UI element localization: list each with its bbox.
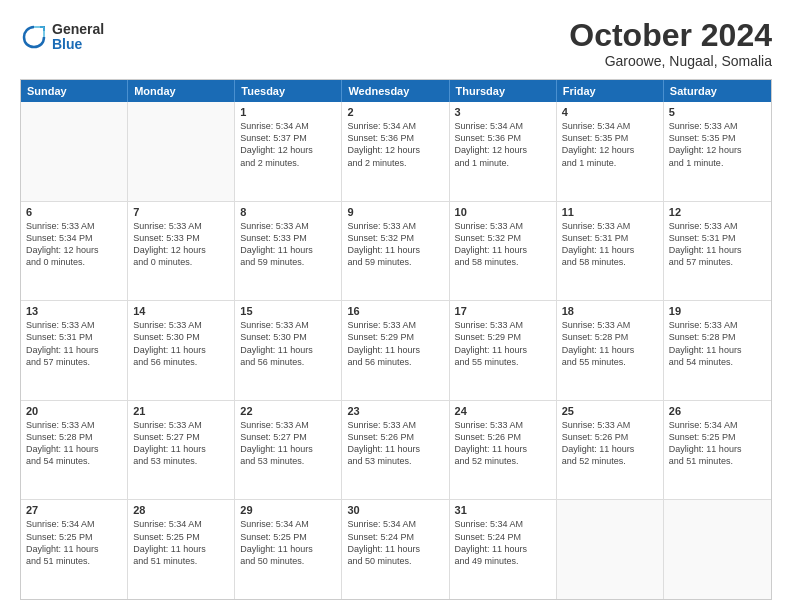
day-number: 23 xyxy=(347,405,443,417)
header-day-tuesday: Tuesday xyxy=(235,80,342,102)
day-number: 11 xyxy=(562,206,658,218)
calendar-body: 1Sunrise: 5:34 AM Sunset: 5:37 PM Daylig… xyxy=(21,102,771,599)
cell-details: Sunrise: 5:34 AM Sunset: 5:24 PM Dayligh… xyxy=(455,518,551,567)
calendar-cell-9: 9Sunrise: 5:33 AM Sunset: 5:32 PM Daylig… xyxy=(342,202,449,301)
day-number: 1 xyxy=(240,106,336,118)
logo-icon xyxy=(20,23,48,51)
calendar-cell-3: 3Sunrise: 5:34 AM Sunset: 5:36 PM Daylig… xyxy=(450,102,557,201)
calendar-cell-empty xyxy=(557,500,664,599)
calendar-cell-7: 7Sunrise: 5:33 AM Sunset: 5:33 PM Daylig… xyxy=(128,202,235,301)
calendar-cell-empty xyxy=(664,500,771,599)
calendar-cell-25: 25Sunrise: 5:33 AM Sunset: 5:26 PM Dayli… xyxy=(557,401,664,500)
logo-blue-text: Blue xyxy=(52,37,104,52)
cell-details: Sunrise: 5:34 AM Sunset: 5:35 PM Dayligh… xyxy=(562,120,658,169)
calendar-header: SundayMondayTuesdayWednesdayThursdayFrid… xyxy=(21,80,771,102)
day-number: 27 xyxy=(26,504,122,516)
cell-details: Sunrise: 5:34 AM Sunset: 5:37 PM Dayligh… xyxy=(240,120,336,169)
day-number: 19 xyxy=(669,305,766,317)
calendar-cell-27: 27Sunrise: 5:34 AM Sunset: 5:25 PM Dayli… xyxy=(21,500,128,599)
day-number: 18 xyxy=(562,305,658,317)
cell-details: Sunrise: 5:33 AM Sunset: 5:33 PM Dayligh… xyxy=(133,220,229,269)
cell-details: Sunrise: 5:33 AM Sunset: 5:32 PM Dayligh… xyxy=(347,220,443,269)
cell-details: Sunrise: 5:34 AM Sunset: 5:24 PM Dayligh… xyxy=(347,518,443,567)
calendar-cell-15: 15Sunrise: 5:33 AM Sunset: 5:30 PM Dayli… xyxy=(235,301,342,400)
cell-details: Sunrise: 5:33 AM Sunset: 5:28 PM Dayligh… xyxy=(26,419,122,468)
cell-details: Sunrise: 5:33 AM Sunset: 5:31 PM Dayligh… xyxy=(562,220,658,269)
calendar-cell-24: 24Sunrise: 5:33 AM Sunset: 5:26 PM Dayli… xyxy=(450,401,557,500)
calendar-cell-13: 13Sunrise: 5:33 AM Sunset: 5:31 PM Dayli… xyxy=(21,301,128,400)
calendar-cell-16: 16Sunrise: 5:33 AM Sunset: 5:29 PM Dayli… xyxy=(342,301,449,400)
header-day-wednesday: Wednesday xyxy=(342,80,449,102)
calendar-cell-1: 1Sunrise: 5:34 AM Sunset: 5:37 PM Daylig… xyxy=(235,102,342,201)
cell-details: Sunrise: 5:33 AM Sunset: 5:32 PM Dayligh… xyxy=(455,220,551,269)
calendar-cell-14: 14Sunrise: 5:33 AM Sunset: 5:30 PM Dayli… xyxy=(128,301,235,400)
day-number: 6 xyxy=(26,206,122,218)
day-number: 26 xyxy=(669,405,766,417)
calendar-cell-2: 2Sunrise: 5:34 AM Sunset: 5:36 PM Daylig… xyxy=(342,102,449,201)
day-number: 14 xyxy=(133,305,229,317)
calendar-cell-empty xyxy=(128,102,235,201)
cell-details: Sunrise: 5:33 AM Sunset: 5:29 PM Dayligh… xyxy=(347,319,443,368)
calendar-cell-empty xyxy=(21,102,128,201)
calendar-cell-6: 6Sunrise: 5:33 AM Sunset: 5:34 PM Daylig… xyxy=(21,202,128,301)
calendar-row-1: 1Sunrise: 5:34 AM Sunset: 5:37 PM Daylig… xyxy=(21,102,771,202)
calendar-cell-30: 30Sunrise: 5:34 AM Sunset: 5:24 PM Dayli… xyxy=(342,500,449,599)
cell-details: Sunrise: 5:33 AM Sunset: 5:30 PM Dayligh… xyxy=(133,319,229,368)
day-number: 30 xyxy=(347,504,443,516)
cell-details: Sunrise: 5:33 AM Sunset: 5:26 PM Dayligh… xyxy=(455,419,551,468)
day-number: 31 xyxy=(455,504,551,516)
cell-details: Sunrise: 5:33 AM Sunset: 5:27 PM Dayligh… xyxy=(240,419,336,468)
logo: General Blue xyxy=(20,22,104,53)
cell-details: Sunrise: 5:34 AM Sunset: 5:25 PM Dayligh… xyxy=(240,518,336,567)
logo-text: General Blue xyxy=(52,22,104,53)
calendar-cell-26: 26Sunrise: 5:34 AM Sunset: 5:25 PM Dayli… xyxy=(664,401,771,500)
cell-details: Sunrise: 5:33 AM Sunset: 5:30 PM Dayligh… xyxy=(240,319,336,368)
calendar-cell-28: 28Sunrise: 5:34 AM Sunset: 5:25 PM Dayli… xyxy=(128,500,235,599)
calendar-cell-21: 21Sunrise: 5:33 AM Sunset: 5:27 PM Dayli… xyxy=(128,401,235,500)
day-number: 29 xyxy=(240,504,336,516)
calendar-cell-5: 5Sunrise: 5:33 AM Sunset: 5:35 PM Daylig… xyxy=(664,102,771,201)
cell-details: Sunrise: 5:33 AM Sunset: 5:35 PM Dayligh… xyxy=(669,120,766,169)
calendar-cell-11: 11Sunrise: 5:33 AM Sunset: 5:31 PM Dayli… xyxy=(557,202,664,301)
cell-details: Sunrise: 5:34 AM Sunset: 5:36 PM Dayligh… xyxy=(455,120,551,169)
cell-details: Sunrise: 5:33 AM Sunset: 5:26 PM Dayligh… xyxy=(562,419,658,468)
logo-general-text: General xyxy=(52,22,104,37)
page-title: October 2024 xyxy=(569,18,772,53)
cell-details: Sunrise: 5:33 AM Sunset: 5:34 PM Dayligh… xyxy=(26,220,122,269)
cell-details: Sunrise: 5:33 AM Sunset: 5:28 PM Dayligh… xyxy=(562,319,658,368)
page: General Blue October 2024 Garoowe, Nugaa… xyxy=(0,0,792,612)
header-day-friday: Friday xyxy=(557,80,664,102)
calendar-cell-22: 22Sunrise: 5:33 AM Sunset: 5:27 PM Dayli… xyxy=(235,401,342,500)
calendar-cell-19: 19Sunrise: 5:33 AM Sunset: 5:28 PM Dayli… xyxy=(664,301,771,400)
calendar-cell-8: 8Sunrise: 5:33 AM Sunset: 5:33 PM Daylig… xyxy=(235,202,342,301)
calendar: SundayMondayTuesdayWednesdayThursdayFrid… xyxy=(20,79,772,600)
day-number: 16 xyxy=(347,305,443,317)
day-number: 20 xyxy=(26,405,122,417)
day-number: 17 xyxy=(455,305,551,317)
header-day-thursday: Thursday xyxy=(450,80,557,102)
calendar-cell-20: 20Sunrise: 5:33 AM Sunset: 5:28 PM Dayli… xyxy=(21,401,128,500)
header-day-monday: Monday xyxy=(128,80,235,102)
header-day-saturday: Saturday xyxy=(664,80,771,102)
day-number: 15 xyxy=(240,305,336,317)
day-number: 3 xyxy=(455,106,551,118)
calendar-cell-31: 31Sunrise: 5:34 AM Sunset: 5:24 PM Dayli… xyxy=(450,500,557,599)
cell-details: Sunrise: 5:33 AM Sunset: 5:27 PM Dayligh… xyxy=(133,419,229,468)
title-block: October 2024 Garoowe, Nugaal, Somalia xyxy=(569,18,772,69)
cell-details: Sunrise: 5:34 AM Sunset: 5:25 PM Dayligh… xyxy=(133,518,229,567)
cell-details: Sunrise: 5:33 AM Sunset: 5:31 PM Dayligh… xyxy=(26,319,122,368)
calendar-cell-12: 12Sunrise: 5:33 AM Sunset: 5:31 PM Dayli… xyxy=(664,202,771,301)
cell-details: Sunrise: 5:33 AM Sunset: 5:28 PM Dayligh… xyxy=(669,319,766,368)
day-number: 4 xyxy=(562,106,658,118)
day-number: 5 xyxy=(669,106,766,118)
cell-details: Sunrise: 5:33 AM Sunset: 5:31 PM Dayligh… xyxy=(669,220,766,269)
day-number: 22 xyxy=(240,405,336,417)
calendar-row-5: 27Sunrise: 5:34 AM Sunset: 5:25 PM Dayli… xyxy=(21,500,771,599)
calendar-cell-18: 18Sunrise: 5:33 AM Sunset: 5:28 PM Dayli… xyxy=(557,301,664,400)
calendar-row-2: 6Sunrise: 5:33 AM Sunset: 5:34 PM Daylig… xyxy=(21,202,771,302)
page-subtitle: Garoowe, Nugaal, Somalia xyxy=(569,53,772,69)
cell-details: Sunrise: 5:33 AM Sunset: 5:26 PM Dayligh… xyxy=(347,419,443,468)
day-number: 13 xyxy=(26,305,122,317)
header-day-sunday: Sunday xyxy=(21,80,128,102)
calendar-cell-17: 17Sunrise: 5:33 AM Sunset: 5:29 PM Dayli… xyxy=(450,301,557,400)
